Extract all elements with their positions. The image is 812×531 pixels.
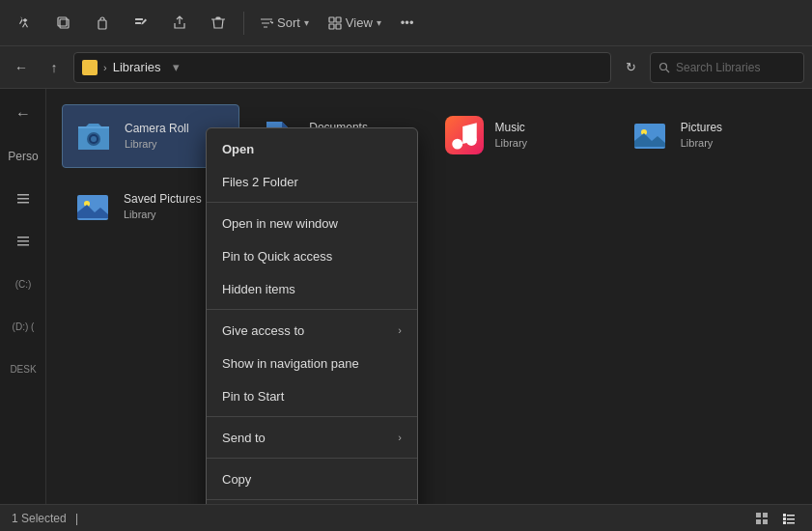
sidebar-item-0[interactable]: ←: [0, 93, 46, 135]
search-box[interactable]: Search Libraries: [650, 52, 804, 83]
search-icon: [658, 62, 670, 73]
svg-rect-32: [787, 515, 795, 517]
library-grid: Camera Roll Library D: [62, 104, 797, 238]
ctx-files2folder[interactable]: Files 2 Folder: [207, 165, 417, 198]
saved-pictures-sub: Library: [124, 208, 202, 221]
ctx-pin-quick-label: Pin to Quick access: [222, 249, 332, 264]
ctx-copy-label: Copy: [222, 472, 251, 487]
library-item-music[interactable]: Music Library: [434, 104, 611, 168]
svg-rect-28: [763, 513, 768, 517]
svg-rect-14: [17, 237, 29, 238]
sidebar: ← Perso (C:) (D:) ( DESK: [0, 89, 46, 504]
breadcrumb-arrow: ›: [103, 62, 107, 73]
svg-rect-0: [60, 19, 69, 28]
sidebar-icon-0: ←: [15, 105, 31, 123]
d-drive-label: (D:) (: [13, 321, 35, 332]
view-button[interactable]: View ▾: [321, 8, 389, 39]
refresh-button[interactable]: ↻: [617, 54, 644, 81]
saved-pictures-icon: [70, 183, 116, 230]
svg-rect-2: [98, 20, 106, 29]
path-folder-icon: [82, 60, 98, 75]
context-menu: Open Files 2 Folder Open in new window P…: [206, 127, 418, 504]
share-button[interactable]: [162, 6, 197, 41]
content-area: Camera Roll Library D: [46, 89, 812, 504]
svg-rect-8: [336, 24, 341, 29]
svg-point-9: [660, 63, 667, 70]
cut-button[interactable]: [8, 6, 42, 41]
grid-icon: [755, 512, 769, 525]
back-icon: ←: [14, 60, 28, 75]
refresh-icon: ↻: [626, 60, 636, 74]
ctx-sep-3: [207, 416, 417, 417]
desktop-label: DESK: [10, 364, 36, 375]
ctx-show-nav-label: Show in navigation pane: [222, 356, 359, 371]
ctx-copy[interactable]: Copy: [207, 462, 417, 495]
svg-rect-6: [336, 17, 341, 22]
ctx-pin-start[interactable]: Pin to Start: [207, 379, 417, 412]
svg-rect-34: [787, 518, 795, 520]
ctx-files2folder-label: Files 2 Folder: [222, 175, 298, 189]
music-name: Music: [495, 121, 528, 136]
paste-button[interactable]: [85, 6, 120, 41]
sidebar-item-personal[interactable]: Perso: [0, 135, 46, 178]
ctx-send-to[interactable]: Send to ›: [207, 421, 417, 454]
saved-pictures-name: Saved Pictures: [124, 192, 202, 208]
svg-rect-3: [135, 18, 143, 20]
search-placeholder: Search Libraries: [676, 61, 760, 74]
ctx-sep-4: [207, 458, 417, 459]
ctx-show-nav[interactable]: Show in navigation pane: [207, 347, 417, 379]
breadcrumb-dropdown[interactable]: ▾: [167, 52, 186, 83]
back-button[interactable]: ←: [8, 54, 35, 81]
copy-button[interactable]: [46, 6, 81, 41]
status-text: 1 Selected |: [12, 512, 84, 525]
ctx-sep-5: [207, 499, 417, 500]
svg-rect-1: [58, 17, 67, 26]
up-button[interactable]: ↑: [41, 54, 68, 81]
music-sub: Library: [495, 136, 528, 150]
ctx-pin-quick[interactable]: Pin to Quick access: [207, 239, 417, 272]
svg-rect-4: [135, 22, 141, 24]
list-view-btn[interactable]: [777, 509, 800, 528]
give-access-arrow: ›: [398, 324, 402, 336]
svg-rect-30: [763, 519, 768, 524]
sidebar-item-2[interactable]: [0, 178, 46, 220]
status-right: [750, 509, 800, 528]
more-label: •••: [401, 15, 414, 30]
separator-1: [243, 12, 244, 35]
breadcrumb[interactable]: › Libraries ▾: [73, 52, 611, 83]
view-arrow: ▾: [377, 17, 381, 28]
ctx-give-access[interactable]: Give access to ›: [207, 314, 417, 347]
camera-roll-sub: Library: [125, 137, 189, 151]
svg-line-10: [666, 70, 669, 72]
sort-button[interactable]: Sort ▾: [252, 8, 317, 39]
camera-roll-icon: [70, 113, 117, 159]
grid-view-btn[interactable]: [750, 509, 773, 528]
camera-roll-name: Camera Roll: [125, 122, 189, 137]
ctx-open[interactable]: Open: [207, 132, 417, 165]
personal-icon: Perso: [8, 150, 38, 163]
address-bar: ← ↑ › Libraries ▾ ↻ Search Libraries: [0, 46, 812, 89]
rename-button[interactable]: [124, 6, 158, 41]
library-item-pictures[interactable]: Pictures Library: [619, 104, 797, 168]
pictures-name: Pictures: [681, 121, 722, 136]
svg-rect-13: [17, 202, 29, 204]
nav-icon: [15, 234, 31, 249]
more-button[interactable]: •••: [393, 8, 422, 39]
main-area: ← Perso (C:) (D:) ( DESK: [0, 89, 812, 504]
ctx-open-new-window-label: Open in new window: [222, 216, 338, 231]
music-icon: [441, 112, 488, 158]
sidebar-item-d-drive[interactable]: (D:) (: [0, 305, 46, 348]
svg-rect-35: [783, 521, 786, 524]
ctx-sep-2: [207, 309, 417, 310]
ctx-hidden[interactable]: Hidden items: [207, 272, 417, 305]
svg-rect-31: [783, 514, 786, 517]
ctx-open-new-window[interactable]: Open in new window: [207, 207, 417, 239]
list-icon: [15, 191, 31, 207]
delete-button[interactable]: [201, 6, 236, 41]
svg-rect-16: [17, 244, 29, 246]
sidebar-item-c-drive[interactable]: (C:): [0, 263, 46, 305]
sidebar-item-desktop[interactable]: DESK: [0, 348, 46, 390]
sidebar-item-3[interactable]: [0, 220, 46, 263]
svg-rect-11: [17, 194, 29, 196]
c-drive-label: (C:): [15, 279, 32, 290]
